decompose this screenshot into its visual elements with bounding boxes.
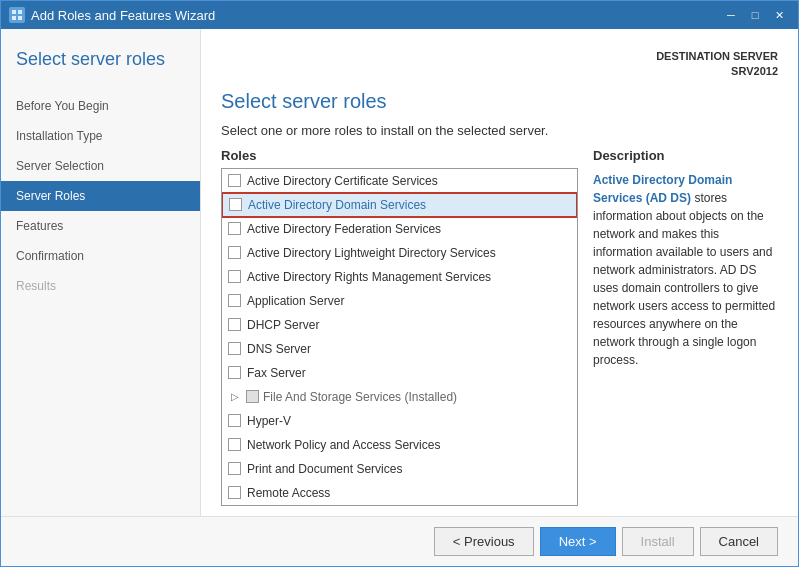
window-title: Add Roles and Features Wizard <box>31 8 215 23</box>
role-checkbox-ad-fed[interactable] <box>228 222 241 235</box>
role-checkbox-hyper-v[interactable] <box>228 414 241 427</box>
sidebar-item-server-selection[interactable]: Server Selection <box>1 151 200 181</box>
role-checkbox-file-storage[interactable] <box>246 390 259 403</box>
instruction-text: Select one or more roles to install on t… <box>221 123 778 138</box>
cancel-button[interactable]: Cancel <box>700 527 778 556</box>
role-checkbox-app-server[interactable] <box>228 294 241 307</box>
install-button[interactable]: Install <box>622 527 694 556</box>
role-item-dns[interactable]: DNS Server <box>222 337 577 361</box>
role-item-fax[interactable]: Fax Server <box>222 361 577 385</box>
description-label: Description <box>593 148 778 163</box>
next-button[interactable]: Next > <box>540 527 616 556</box>
minimize-button[interactable]: ─ <box>720 5 742 25</box>
svg-rect-0 <box>12 10 16 14</box>
role-item-ad-fed[interactable]: Active Directory Federation Services <box>222 217 577 241</box>
previous-button[interactable]: < Previous <box>434 527 534 556</box>
role-item-ad-ldap[interactable]: Active Directory Lightweight Directory S… <box>222 241 577 265</box>
role-item-rds[interactable]: Remote Desktop Services <box>222 505 577 506</box>
roles-list[interactable]: Active Directory Certificate Services Ac… <box>221 168 578 506</box>
svg-rect-1 <box>18 10 22 14</box>
sidebar-item-confirmation[interactable]: Confirmation <box>1 241 200 271</box>
role-checkbox-fax[interactable] <box>228 366 241 379</box>
sidebar-item-server-roles[interactable]: Server Roles <box>1 181 200 211</box>
role-item-ad-ds[interactable]: Active Directory Domain Services <box>222 193 577 217</box>
sidebar-item-before-begin[interactable]: Before You Begin <box>1 91 200 121</box>
title-bar-left: Add Roles and Features Wizard <box>9 7 215 23</box>
panels: Roles Active Directory Certificate Servi… <box>221 148 778 506</box>
sidebar: Select server roles Before You Begin Ins… <box>1 29 201 516</box>
role-checkbox-ad-cert[interactable] <box>228 174 241 187</box>
role-item-dhcp[interactable]: DHCP Server <box>222 313 577 337</box>
description-panel: Description Active Directory Domain Serv… <box>593 148 778 506</box>
sidebar-item-install-type[interactable]: Installation Type <box>1 121 200 151</box>
footer: < Previous Next > Install Cancel <box>1 516 798 566</box>
role-checkbox-dhcp[interactable] <box>228 318 241 331</box>
svg-rect-3 <box>18 16 22 20</box>
role-item-ad-cert[interactable]: Active Directory Certificate Services <box>222 169 577 193</box>
page-title: Select server roles <box>221 90 778 113</box>
role-item-hyper-v[interactable]: Hyper-V <box>222 409 577 433</box>
role-item-print-doc[interactable]: Print and Document Services <box>222 457 577 481</box>
description-text: Active Directory Domain Services (AD DS)… <box>593 171 778 369</box>
destination-server: DESTINATION SERVER SRV2012 <box>221 49 778 80</box>
role-checkbox-ad-rms[interactable] <box>228 270 241 283</box>
svg-rect-2 <box>12 16 16 20</box>
role-item-app-server[interactable]: Application Server <box>222 289 577 313</box>
role-checkbox-npas[interactable] <box>228 438 241 451</box>
roles-label: Roles <box>221 148 578 163</box>
role-item-file-storage[interactable]: ▷ File And Storage Services (Installed) <box>222 385 577 409</box>
role-checkbox-print-doc[interactable] <box>228 462 241 475</box>
main-content: DESTINATION SERVER SRV2012 Select server… <box>201 29 798 516</box>
role-checkbox-ad-ds[interactable] <box>229 198 242 211</box>
role-item-npas[interactable]: Network Policy and Access Services <box>222 433 577 457</box>
sidebar-header: Select server roles <box>1 49 200 91</box>
close-button[interactable]: ✕ <box>768 5 790 25</box>
main-window: Add Roles and Features Wizard ─ □ ✕ Sele… <box>0 0 799 567</box>
title-bar: Add Roles and Features Wizard ─ □ ✕ <box>1 1 798 29</box>
sidebar-item-results: Results <box>1 271 200 301</box>
sidebar-item-features[interactable]: Features <box>1 211 200 241</box>
role-checkbox-ad-ldap[interactable] <box>228 246 241 259</box>
maximize-button[interactable]: □ <box>744 5 766 25</box>
role-checkbox-remote-access[interactable] <box>228 486 241 499</box>
expand-arrow-icon: ▷ <box>228 390 242 404</box>
role-item-remote-access[interactable]: Remote Access <box>222 481 577 505</box>
window-controls: ─ □ ✕ <box>720 5 790 25</box>
role-checkbox-dns[interactable] <box>228 342 241 355</box>
app-icon <box>9 7 25 23</box>
roles-panel: Roles Active Directory Certificate Servi… <box>221 148 578 506</box>
content-area: Select server roles Before You Begin Ins… <box>1 29 798 516</box>
role-item-ad-rms[interactable]: Active Directory Rights Management Servi… <box>222 265 577 289</box>
